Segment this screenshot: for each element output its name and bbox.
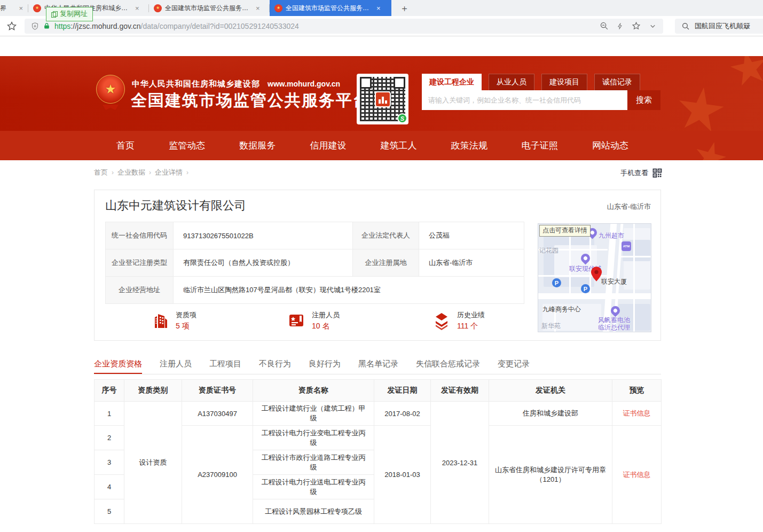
nav-item-home[interactable]: 首页 [116,139,135,152]
tab-good-behavior[interactable]: 良好行为 [309,354,341,374]
legal-rep-value: 公茂福 [419,222,524,249]
tab-blacklist[interactable]: 黑名单记录 [358,354,398,374]
flag-star-decor [674,84,727,131]
search-icon [681,22,690,30]
tab-title: 全国建筑市场监管公共服务平台 [165,4,250,13]
lightning-icon[interactable] [617,22,624,30]
favorite-star-icon[interactable] [632,21,641,30]
cell-issue-date: 2017-08-02 [374,402,431,426]
mobile-view-link[interactable]: 手机查看 [620,168,662,178]
breadcrumb-company-detail[interactable]: 企业详情 [155,168,183,177]
map-label-xinhua: 新华苑 [541,322,561,331]
search-tab-enterprise[interactable]: 建设工程企业 [422,74,482,90]
hot-search-box[interactable]: 国航回应飞机颠簸 [675,19,763,34]
certificate-info-link[interactable]: 证书信息 [623,471,651,479]
credit-code-value: 91371302675501022B [174,222,353,249]
tab-close-icon[interactable]: × [135,4,139,12]
nav-item-data-service[interactable]: 数据服务 [239,139,276,152]
cell-cert-no: A237009100 [182,426,253,524]
tab-bad-behavior[interactable]: 不良行为 [259,354,291,374]
qr-code-icon [652,168,662,178]
browser-tab-active[interactable]: ★ 全国建筑市场监管公共服务平台 × [270,0,391,16]
layers-icon [432,311,451,330]
tab-registered-personnel[interactable]: 注册人员 [160,354,192,374]
nav-item-policy[interactable]: 政策法规 [451,139,487,152]
cell-cert-name: 工程设计市政行业道路工程专业丙级 [253,450,374,475]
map-label-garden: 记花园 [539,246,559,255]
table-row: 企业经营地址 临沂市兰山区陶然路107号星河晶都（联安）现代城1号楼2201室 [106,277,524,304]
site-title: 全国建筑市场监管公共服务平台 [131,90,370,112]
stat-history-performance: 历史业绩 111 个 [432,309,485,332]
cell-authority: 山东省住房和城乡建设厅许可专用章（1201） [489,426,612,524]
mini-program-icon: S [397,113,407,123]
location-map[interactable]: 点击可查看详情 九州超市 ATM 记花园 联安现代城 联安大厦 P P 九峰商务… [538,223,651,332]
cell-preview: 证书信息 [612,426,662,524]
col-valid-until: 发证有效期 [431,380,489,402]
stat-qualifications: 资质项 5 项 [151,309,196,332]
search-tab-personnel[interactable]: 从业人员 [489,74,534,90]
tab-title: 界 [0,4,6,13]
tab-close-icon[interactable]: × [256,4,260,12]
map-atm-icon: ATM [622,241,631,251]
browser-tab-jzsc[interactable]: ★ 全国建筑市场监管公共服务平台 × [149,0,269,16]
copy-icon [51,11,57,17]
cell-issue-date: 2018-01-03 [374,426,431,524]
ministry-url: www.mohurd.gov.cn [268,80,340,88]
address-label: 企业经营地址 [106,277,174,304]
tab-change-records[interactable]: 变更记录 [498,354,530,374]
search-tab-project[interactable]: 建设项目 [541,74,587,90]
emblem-icon: ★ [33,4,41,12]
breadcrumb-company-data[interactable]: 企业数据 [117,168,145,177]
chevron-down-icon[interactable] [649,22,657,30]
nav-item-news[interactable]: 网站动态 [592,139,628,152]
map-label-supermarket: 九州超市 [599,231,624,240]
reg-place-label: 企业注册属地 [353,249,419,277]
tab-close-icon[interactable]: × [19,4,23,12]
address-bar[interactable]: https://jzsc.mohurd.gov.cn/data/company/… [25,19,663,34]
header-search-panel: 建设工程企业 从业人员 建设项目 诚信记录 搜索 [422,74,660,110]
breadcrumb-home[interactable]: 首页 [94,168,108,177]
zoom-out-icon[interactable] [600,21,609,30]
search-tab-credit[interactable]: 诚信记录 [594,74,640,90]
table-row: 1 设计资质 A137030497 工程设计建筑行业（建筑工程）甲级 2017-… [95,402,662,426]
flag-star-decor [727,56,763,91]
bookmark-star-icon[interactable] [6,21,17,32]
cell-seq: 4 [95,475,124,499]
site-info-shield-icon[interactable] [31,22,39,30]
new-tab-button[interactable]: ＋ [400,2,409,14]
legal-rep-label: 企业法定代表人 [353,222,419,249]
nav-item-supervision[interactable]: 监管动态 [169,139,205,152]
col-cert-name: 资质名称 [253,380,374,402]
screen: 界 × ★ 中华人民共和国住房和城乡建设 × ★ 全国建筑市场监管公共服务平台 … [0,0,763,532]
copy-url-tooltip[interactable]: 复制网址 [46,7,93,21]
breadcrumb: 首页 › 企业数据 › 企业详情 › [94,168,188,177]
certificate-info-link[interactable]: 证书信息 [623,409,651,417]
search-input[interactable] [422,90,627,110]
nav-item-credit[interactable]: 信用建设 [310,139,346,152]
stat-value: 5 项 [176,322,196,331]
map-label-lianan-tower: 联安大厦 [601,277,627,286]
credit-code-label: 统一社会信用代码 [106,222,174,249]
hot-search-text: 国航回应飞机颠簸 [695,21,750,31]
nav-item-certificate[interactable]: 电子证照 [522,139,558,152]
browser-tab-partial[interactable]: 界 × [0,0,28,16]
company-name: 山东中元建筑设计有限公司 [105,198,246,214]
map-label-battery-2: 临沂总代理 [598,323,630,332]
tab-projects[interactable]: 工程项目 [209,354,241,374]
ministry-line: 中华人民共和国住房和城乡建设部 www.mohurd.gov.cn [132,79,340,89]
ministry-name: 中华人民共和国住房和城乡建设部 [132,79,260,89]
national-emblem-logo: ★ [96,75,125,111]
copy-url-label: 复制网址 [60,9,88,19]
company-info-table: 统一社会信用代码 91371302675501022B 企业法定代表人 公茂福 … [105,222,524,304]
tab-close-icon[interactable]: × [376,4,381,12]
ssl-lock-icon [43,22,50,30]
tab-dishonesty-records[interactable]: 失信联合惩戒记录 [416,354,480,374]
search-button[interactable]: 搜索 [627,90,660,110]
tab-qualifications[interactable]: 企业资质资格 [94,354,142,374]
col-seq: 序号 [95,380,124,402]
cell-cert-name: 工程设计电力行业送电工程专业丙级 [253,475,374,499]
map-parking-icon: P [552,278,561,287]
address-value: 临沂市兰山区陶然路107号星河晶都（联安）现代城1号楼2201室 [174,277,524,304]
nav-item-workers[interactable]: 建筑工人 [381,139,417,152]
company-detail-card: 山东中元建筑设计有限公司 山东省-临沂市 统一社会信用代码 9137130267… [94,190,661,341]
